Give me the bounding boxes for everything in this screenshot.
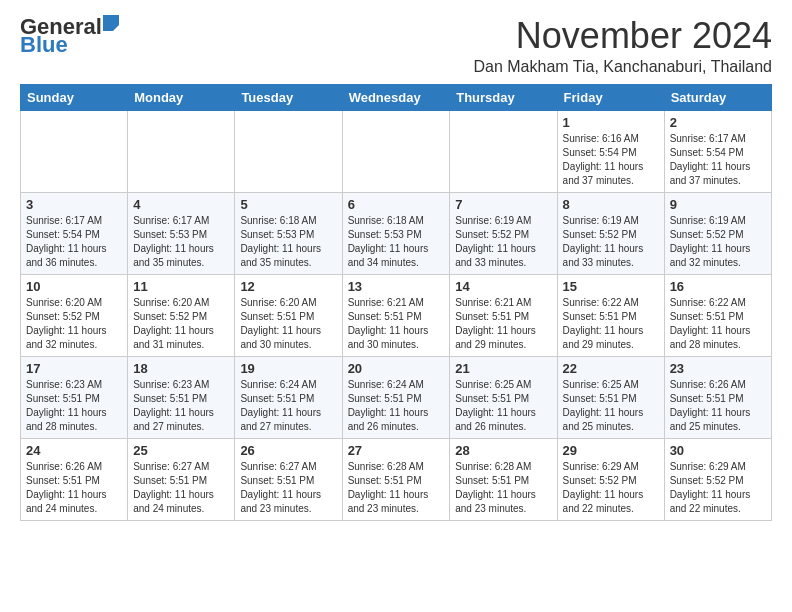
- calendar-cell: [21, 110, 128, 192]
- calendar-cell: 19Sunrise: 6:24 AM Sunset: 5:51 PM Dayli…: [235, 356, 342, 438]
- day-number: 24: [26, 443, 122, 458]
- svg-marker-0: [103, 15, 119, 31]
- calendar-cell: 18Sunrise: 6:23 AM Sunset: 5:51 PM Dayli…: [128, 356, 235, 438]
- weekday-header-wednesday: Wednesday: [342, 84, 450, 110]
- calendar-cell: 23Sunrise: 6:26 AM Sunset: 5:51 PM Dayli…: [664, 356, 771, 438]
- calendar-cell: 4Sunrise: 6:17 AM Sunset: 5:53 PM Daylig…: [128, 192, 235, 274]
- day-number: 4: [133, 197, 229, 212]
- day-info: Sunrise: 6:23 AM Sunset: 5:51 PM Dayligh…: [26, 378, 122, 434]
- calendar-cell: 26Sunrise: 6:27 AM Sunset: 5:51 PM Dayli…: [235, 438, 342, 520]
- day-number: 29: [563, 443, 659, 458]
- weekday-header-monday: Monday: [128, 84, 235, 110]
- day-number: 28: [455, 443, 551, 458]
- calendar-week-2: 3Sunrise: 6:17 AM Sunset: 5:54 PM Daylig…: [21, 192, 772, 274]
- weekday-header-saturday: Saturday: [664, 84, 771, 110]
- calendar-cell: 9Sunrise: 6:19 AM Sunset: 5:52 PM Daylig…: [664, 192, 771, 274]
- day-info: Sunrise: 6:18 AM Sunset: 5:53 PM Dayligh…: [240, 214, 336, 270]
- day-info: Sunrise: 6:27 AM Sunset: 5:51 PM Dayligh…: [240, 460, 336, 516]
- day-info: Sunrise: 6:22 AM Sunset: 5:51 PM Dayligh…: [670, 296, 766, 352]
- day-info: Sunrise: 6:19 AM Sunset: 5:52 PM Dayligh…: [670, 214, 766, 270]
- day-number: 19: [240, 361, 336, 376]
- weekday-header-tuesday: Tuesday: [235, 84, 342, 110]
- calendar-cell: 21Sunrise: 6:25 AM Sunset: 5:51 PM Dayli…: [450, 356, 557, 438]
- page-header: General Blue November 2024 Dan Makham Ti…: [20, 16, 772, 76]
- logo-blue: Blue: [20, 34, 68, 56]
- calendar-cell: 25Sunrise: 6:27 AM Sunset: 5:51 PM Dayli…: [128, 438, 235, 520]
- day-number: 23: [670, 361, 766, 376]
- day-number: 7: [455, 197, 551, 212]
- weekday-header-sunday: Sunday: [21, 84, 128, 110]
- calendar-cell: [128, 110, 235, 192]
- day-number: 1: [563, 115, 659, 130]
- day-number: 14: [455, 279, 551, 294]
- calendar-cell: 27Sunrise: 6:28 AM Sunset: 5:51 PM Dayli…: [342, 438, 450, 520]
- logo-icon: [103, 15, 119, 31]
- day-info: Sunrise: 6:25 AM Sunset: 5:51 PM Dayligh…: [455, 378, 551, 434]
- day-info: Sunrise: 6:28 AM Sunset: 5:51 PM Dayligh…: [455, 460, 551, 516]
- day-number: 17: [26, 361, 122, 376]
- weekday-header-thursday: Thursday: [450, 84, 557, 110]
- calendar-cell: 24Sunrise: 6:26 AM Sunset: 5:51 PM Dayli…: [21, 438, 128, 520]
- day-number: 3: [26, 197, 122, 212]
- day-info: Sunrise: 6:21 AM Sunset: 5:51 PM Dayligh…: [348, 296, 445, 352]
- calendar-cell: 5Sunrise: 6:18 AM Sunset: 5:53 PM Daylig…: [235, 192, 342, 274]
- title-area: November 2024 Dan Makham Tia, Kanchanabu…: [473, 16, 772, 76]
- day-number: 2: [670, 115, 766, 130]
- calendar-week-4: 17Sunrise: 6:23 AM Sunset: 5:51 PM Dayli…: [21, 356, 772, 438]
- day-number: 9: [670, 197, 766, 212]
- calendar-cell: 29Sunrise: 6:29 AM Sunset: 5:52 PM Dayli…: [557, 438, 664, 520]
- calendar-cell: 17Sunrise: 6:23 AM Sunset: 5:51 PM Dayli…: [21, 356, 128, 438]
- day-number: 27: [348, 443, 445, 458]
- calendar-cell: 7Sunrise: 6:19 AM Sunset: 5:52 PM Daylig…: [450, 192, 557, 274]
- day-number: 5: [240, 197, 336, 212]
- day-number: 10: [26, 279, 122, 294]
- day-info: Sunrise: 6:29 AM Sunset: 5:52 PM Dayligh…: [563, 460, 659, 516]
- calendar-cell: 10Sunrise: 6:20 AM Sunset: 5:52 PM Dayli…: [21, 274, 128, 356]
- day-number: 8: [563, 197, 659, 212]
- day-info: Sunrise: 6:19 AM Sunset: 5:52 PM Dayligh…: [563, 214, 659, 270]
- calendar-cell: [450, 110, 557, 192]
- day-number: 22: [563, 361, 659, 376]
- day-info: Sunrise: 6:20 AM Sunset: 5:52 PM Dayligh…: [26, 296, 122, 352]
- day-number: 26: [240, 443, 336, 458]
- day-info: Sunrise: 6:17 AM Sunset: 5:53 PM Dayligh…: [133, 214, 229, 270]
- day-info: Sunrise: 6:16 AM Sunset: 5:54 PM Dayligh…: [563, 132, 659, 188]
- calendar-cell: 2Sunrise: 6:17 AM Sunset: 5:54 PM Daylig…: [664, 110, 771, 192]
- day-number: 11: [133, 279, 229, 294]
- location-title: Dan Makham Tia, Kanchanaburi, Thailand: [473, 58, 772, 76]
- day-info: Sunrise: 6:27 AM Sunset: 5:51 PM Dayligh…: [133, 460, 229, 516]
- day-number: 15: [563, 279, 659, 294]
- calendar-cell: 12Sunrise: 6:20 AM Sunset: 5:51 PM Dayli…: [235, 274, 342, 356]
- day-number: 12: [240, 279, 336, 294]
- day-info: Sunrise: 6:21 AM Sunset: 5:51 PM Dayligh…: [455, 296, 551, 352]
- weekday-header-friday: Friday: [557, 84, 664, 110]
- calendar-week-1: 1Sunrise: 6:16 AM Sunset: 5:54 PM Daylig…: [21, 110, 772, 192]
- day-info: Sunrise: 6:20 AM Sunset: 5:51 PM Dayligh…: [240, 296, 336, 352]
- day-info: Sunrise: 6:26 AM Sunset: 5:51 PM Dayligh…: [670, 378, 766, 434]
- day-info: Sunrise: 6:20 AM Sunset: 5:52 PM Dayligh…: [133, 296, 229, 352]
- day-info: Sunrise: 6:26 AM Sunset: 5:51 PM Dayligh…: [26, 460, 122, 516]
- calendar-week-3: 10Sunrise: 6:20 AM Sunset: 5:52 PM Dayli…: [21, 274, 772, 356]
- day-number: 21: [455, 361, 551, 376]
- calendar-header-row: SundayMondayTuesdayWednesdayThursdayFrid…: [21, 84, 772, 110]
- calendar-cell: 1Sunrise: 6:16 AM Sunset: 5:54 PM Daylig…: [557, 110, 664, 192]
- calendar-cell: 6Sunrise: 6:18 AM Sunset: 5:53 PM Daylig…: [342, 192, 450, 274]
- day-info: Sunrise: 6:22 AM Sunset: 5:51 PM Dayligh…: [563, 296, 659, 352]
- day-info: Sunrise: 6:19 AM Sunset: 5:52 PM Dayligh…: [455, 214, 551, 270]
- day-number: 16: [670, 279, 766, 294]
- calendar-cell: 13Sunrise: 6:21 AM Sunset: 5:51 PM Dayli…: [342, 274, 450, 356]
- day-number: 6: [348, 197, 445, 212]
- day-number: 25: [133, 443, 229, 458]
- day-info: Sunrise: 6:29 AM Sunset: 5:52 PM Dayligh…: [670, 460, 766, 516]
- day-info: Sunrise: 6:24 AM Sunset: 5:51 PM Dayligh…: [348, 378, 445, 434]
- day-info: Sunrise: 6:17 AM Sunset: 5:54 PM Dayligh…: [26, 214, 122, 270]
- day-info: Sunrise: 6:24 AM Sunset: 5:51 PM Dayligh…: [240, 378, 336, 434]
- calendar-cell: [235, 110, 342, 192]
- month-title: November 2024: [473, 16, 772, 56]
- calendar-cell: 8Sunrise: 6:19 AM Sunset: 5:52 PM Daylig…: [557, 192, 664, 274]
- calendar-cell: 11Sunrise: 6:20 AM Sunset: 5:52 PM Dayli…: [128, 274, 235, 356]
- calendar-cell: 14Sunrise: 6:21 AM Sunset: 5:51 PM Dayli…: [450, 274, 557, 356]
- calendar-cell: 20Sunrise: 6:24 AM Sunset: 5:51 PM Dayli…: [342, 356, 450, 438]
- day-number: 30: [670, 443, 766, 458]
- calendar-cell: 16Sunrise: 6:22 AM Sunset: 5:51 PM Dayli…: [664, 274, 771, 356]
